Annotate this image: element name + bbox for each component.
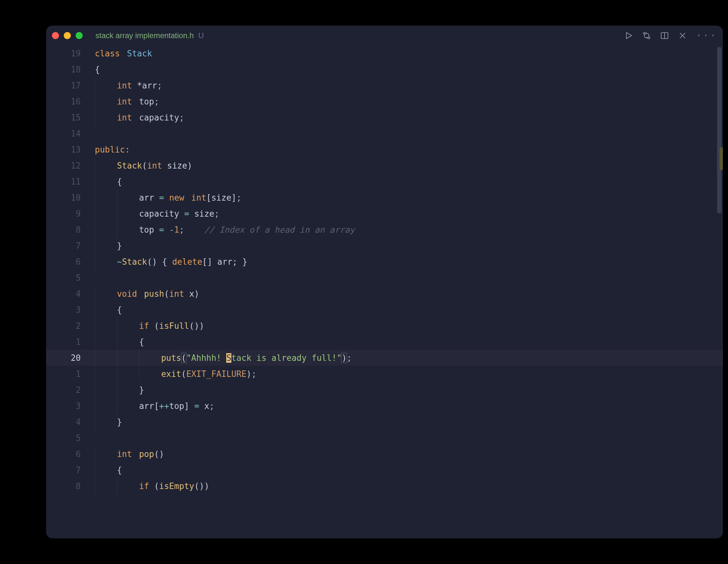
code-line[interactable]: {: [95, 462, 723, 478]
code-line[interactable]: arr = new int[size];: [95, 190, 723, 206]
line-number: 13: [46, 142, 81, 158]
code-editor[interactable]: 191817161514131211109876543212012345678 …: [46, 46, 723, 538]
line-number: 1: [46, 334, 81, 350]
code-line[interactable]: }: [95, 414, 723, 430]
unsaved-indicator: U: [198, 31, 204, 40]
line-number: 19: [46, 46, 81, 62]
indent-guide-column: [88, 46, 95, 538]
minimize-window-button[interactable]: [64, 32, 71, 39]
code-line[interactable]: int *arr;: [95, 78, 723, 94]
close-icon[interactable]: [678, 31, 687, 40]
line-number: 18: [46, 62, 81, 78]
editor-title-actions: ···: [624, 31, 717, 40]
titlebar: stack array implementation.h U ···: [46, 26, 723, 46]
code-line[interactable]: {: [95, 334, 723, 350]
line-number: 7: [46, 238, 81, 254]
code-line[interactable]: int pop(): [95, 446, 723, 462]
code-line[interactable]: if (isFull()): [95, 318, 723, 334]
line-number: 3: [46, 398, 81, 414]
window-controls: [52, 32, 83, 39]
git-compare-icon[interactable]: [642, 31, 651, 40]
code-line[interactable]: int top;: [95, 94, 723, 110]
more-icon[interactable]: ···: [696, 31, 717, 40]
code-line[interactable]: public:: [95, 142, 723, 158]
code-line[interactable]: class Stack: [95, 46, 723, 62]
svg-marker-0: [626, 33, 632, 39]
code-line[interactable]: [95, 270, 723, 286]
line-number: 12: [46, 158, 81, 174]
svg-point-2: [648, 37, 650, 39]
close-window-button[interactable]: [52, 32, 59, 39]
line-number: 8: [46, 478, 81, 494]
line-number: 9: [46, 206, 81, 222]
code-line[interactable]: {: [95, 62, 723, 78]
line-number: 15: [46, 110, 81, 126]
line-number: 2: [46, 382, 81, 398]
code-line[interactable]: puts("Ahhhh! Stack is already full!");: [95, 350, 723, 366]
line-number: 2: [46, 318, 81, 334]
vertical-scrollbar[interactable]: [717, 47, 722, 213]
line-number: 14: [46, 126, 81, 142]
code-line[interactable]: if (isEmpty()): [95, 478, 723, 494]
code-line[interactable]: arr[++top] = x;: [95, 398, 723, 414]
line-number: 6: [46, 446, 81, 462]
code-line[interactable]: exit(EXIT_FAILURE);: [95, 366, 723, 382]
overview-ruler-mark: [720, 147, 723, 170]
editor-window: stack array implementation.h U ··· 19181…: [46, 26, 723, 538]
tab-filename: stack array implementation.h: [95, 31, 194, 40]
code-line[interactable]: capacity = size;: [95, 206, 723, 222]
zoom-window-button[interactable]: [76, 32, 83, 39]
code-line[interactable]: }: [95, 238, 723, 254]
code-line[interactable]: }: [95, 382, 723, 398]
line-number: 4: [46, 414, 81, 430]
line-number: 5: [46, 270, 81, 286]
svg-point-1: [643, 32, 645, 34]
line-number: 5: [46, 430, 81, 446]
split-editor-icon[interactable]: [660, 31, 669, 40]
line-number: 4: [46, 286, 81, 302]
line-number: 16: [46, 94, 81, 110]
code-line[interactable]: ~Stack() { delete[] arr; }: [95, 254, 723, 270]
code-line[interactable]: Stack(int size): [95, 158, 723, 174]
line-number: 10: [46, 190, 81, 206]
tab-title[interactable]: stack array implementation.h U: [95, 31, 204, 40]
code-line[interactable]: [95, 430, 723, 446]
line-number: 7: [46, 462, 81, 478]
line-number: 17: [46, 78, 81, 94]
line-number: 8: [46, 222, 81, 238]
code-line[interactable]: {: [95, 302, 723, 318]
code-line[interactable]: void push(int x): [95, 286, 723, 302]
code-line[interactable]: [95, 126, 723, 142]
line-number: 6: [46, 254, 81, 270]
code-line[interactable]: {: [95, 174, 723, 190]
code-line[interactable]: top = -1; // Index of a head in an array: [95, 222, 723, 238]
line-number: 3: [46, 302, 81, 318]
line-number: 11: [46, 174, 81, 190]
code-content[interactable]: class Stack{ int *arr; int top; int capa…: [95, 46, 723, 538]
code-line[interactable]: int capacity;: [95, 110, 723, 126]
line-number: 1: [46, 366, 81, 382]
line-number-gutter: 191817161514131211109876543212012345678: [46, 46, 88, 538]
play-icon[interactable]: [624, 31, 633, 40]
